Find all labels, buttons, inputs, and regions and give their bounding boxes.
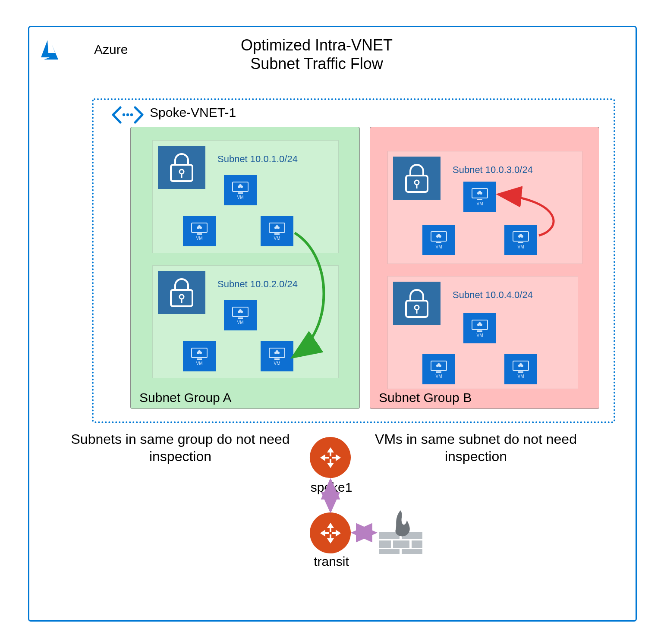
gateway-links xyxy=(29,27,636,620)
diagram-canvas: Azure Optimized Intra-VNET Subnet Traffi… xyxy=(0,0,664,644)
azure-cloud-boundary: Azure Optimized Intra-VNET Subnet Traffi… xyxy=(28,26,637,622)
